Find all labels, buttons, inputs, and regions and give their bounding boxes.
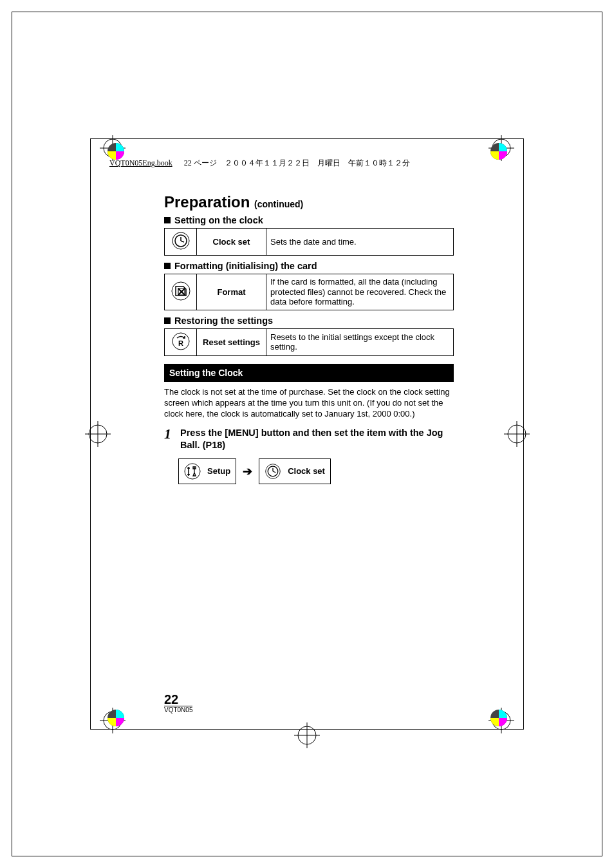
nav-box-clock-set: Clock set xyxy=(259,458,331,484)
svg-point-32 xyxy=(185,464,200,479)
reset-icon-cell: R xyxy=(165,328,197,355)
setup-tools-icon xyxy=(184,463,201,480)
color-target-top-right xyxy=(489,142,508,161)
page-number-block: 22 VQT0N05 xyxy=(164,693,192,713)
print-header: VQT0N05Eng.book 22 ページ ２００４年１１月２２日 月曜日 午… xyxy=(109,158,410,169)
subheading-clock-text: Setting on the clock xyxy=(174,215,263,225)
arrow-right-icon: ➔ xyxy=(243,464,252,478)
nav-box-setup: Setup xyxy=(178,458,236,484)
square-bullet-icon xyxy=(164,263,171,269)
clock-icon xyxy=(265,463,281,480)
clock-icon xyxy=(171,231,191,250)
print-header-file: VQT0N05Eng.book xyxy=(109,158,172,167)
step-1-text: Press the [MENU] button and then set the… xyxy=(180,427,454,450)
page-title: Preparation (continued) xyxy=(164,193,454,211)
format-card-icon xyxy=(171,281,191,301)
menu-navigation-row: Setup ➔ Clock set xyxy=(178,458,454,484)
svg-text:R: R xyxy=(178,339,183,347)
square-bullet-icon xyxy=(164,217,171,223)
registration-mark-center-bottom xyxy=(294,722,320,748)
page-title-text: Preparation xyxy=(164,193,250,211)
subheading-reset: Restoring the settings xyxy=(164,316,454,326)
doc-code: VQT0N05 xyxy=(164,706,192,713)
page-number: 22 xyxy=(164,693,192,706)
row-format: Format If the card is formatted, all the… xyxy=(164,274,454,310)
page-content: Preparation (continued) Setting on the c… xyxy=(164,193,454,484)
registration-mark-right-mid xyxy=(504,421,530,447)
reset-desc: Resets to the initial settings except th… xyxy=(266,328,454,355)
section-bar-setting-clock: Setting the Clock xyxy=(164,364,454,382)
subheading-format: Formatting (initialising) the card xyxy=(164,261,454,271)
color-target-bottom-left xyxy=(106,708,126,728)
clock-label: Clock set xyxy=(197,229,266,256)
square-bullet-icon xyxy=(164,317,171,324)
color-target-bottom-right xyxy=(489,708,508,728)
body-text: The clock is not set at the time of purc… xyxy=(164,387,454,420)
row-reset: R Reset settings Resets to the initial s… xyxy=(164,328,454,356)
print-header-rest: 22 ページ ２００４年１１月２２日 月曜日 午前１０時１２分 xyxy=(184,158,410,167)
subheading-clock: Setting on the clock xyxy=(164,215,454,225)
nav-clock-set-label: Clock set xyxy=(288,466,325,476)
format-label: Format xyxy=(197,274,266,310)
svg-line-36 xyxy=(273,471,275,473)
clock-desc: Sets the date and time. xyxy=(266,229,454,256)
page-title-continued: (continued) xyxy=(254,199,303,209)
step-1: 1 Press the [MENU] button and then set t… xyxy=(164,427,454,450)
clock-icon-cell xyxy=(165,229,197,256)
subheading-format-text: Formatting (initialising) the card xyxy=(174,261,317,271)
reset-label: Reset settings xyxy=(197,328,266,355)
nav-setup-label: Setup xyxy=(207,466,230,476)
step-1-number: 1 xyxy=(164,427,171,450)
format-desc: If the card is formatted, all the data (… xyxy=(266,274,454,310)
format-icon-cell xyxy=(165,274,197,310)
subheading-reset-text: Restoring the settings xyxy=(174,316,273,326)
svg-line-28 xyxy=(181,241,184,242)
row-clock-set: Clock set Sets the date and time. xyxy=(164,228,454,256)
reset-icon: R xyxy=(171,332,191,351)
registration-mark-left-mid xyxy=(85,421,111,447)
